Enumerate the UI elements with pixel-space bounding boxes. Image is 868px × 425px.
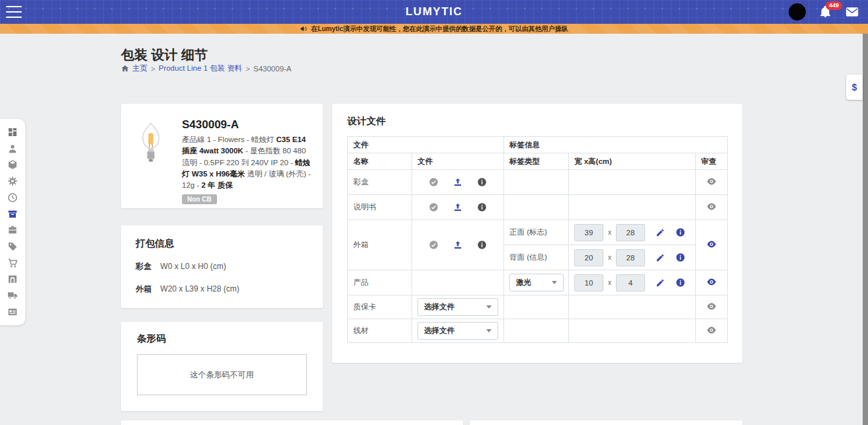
- times-sign: x: [608, 229, 611, 236]
- vertical-scrollbar[interactable]: [863, 34, 868, 425]
- row-name: 外箱: [348, 220, 412, 270]
- user-icon[interactable]: [7, 143, 18, 154]
- packing-label: 彩盒: [136, 262, 152, 271]
- barcode-unavailable-box: 这个条形码不可用: [137, 354, 307, 395]
- table-row-product: 产品 激光 x: [348, 270, 728, 295]
- review-eye-icon[interactable]: [707, 303, 716, 310]
- info-icon[interactable]: [675, 227, 685, 237]
- card-partial-right: [470, 420, 742, 425]
- packing-value: W20 x L39 x H28 (cm): [160, 284, 239, 293]
- page-root: LUMYTIC 449 在Lumytic演示中发现可能性，您在此演示中提供的数据…: [0, 0, 868, 425]
- row-name: 彩盒: [348, 170, 412, 195]
- table-column-header-row: 名称 文件 标签类型 宽 x高(cm) 审查: [348, 153, 728, 170]
- upload-icon[interactable]: [453, 240, 463, 250]
- edit-pencil-icon[interactable]: [656, 253, 665, 262]
- row-name: 线材: [348, 319, 412, 343]
- col-header-size: 宽 x高(cm): [569, 153, 696, 170]
- caret-down-icon: [486, 329, 492, 332]
- breadcrumb-section-link[interactable]: Product Line 1 包装 资料: [159, 63, 243, 73]
- edit-pencil-icon[interactable]: [656, 278, 665, 288]
- review-eye-icon[interactable]: [707, 327, 716, 334]
- info-icon[interactable]: [477, 202, 487, 212]
- tag-icon[interactable]: [7, 241, 18, 252]
- settings-gear-icon[interactable]: [7, 176, 18, 186]
- home-icon: [121, 65, 129, 72]
- label-type-back: 背面 (信息): [504, 245, 569, 270]
- table-group-header-row: 文件 标签信息: [348, 137, 728, 153]
- product-image: [136, 118, 167, 199]
- check-circle-icon: [429, 240, 439, 250]
- caret-down-icon: [486, 305, 492, 309]
- product-description: 產品線 1 - Flowers - 蜡烛灯 C35 E14 插座 4watt 3…: [182, 134, 311, 191]
- messages-envelope-icon[interactable]: [846, 7, 859, 17]
- design-files-title: 设计文件: [347, 115, 727, 128]
- breadcrumb-current: S430009-A: [253, 65, 292, 73]
- group-header-label-info: 标签信息: [504, 137, 728, 153]
- check-circle-icon: [429, 177, 439, 187]
- packing-label: 外箱: [136, 284, 152, 293]
- briefcase-icon[interactable]: [7, 225, 18, 235]
- archive-icon[interactable]: [7, 274, 18, 284]
- product-summary-card: S430009-A 產品線 1 - Flowers - 蜡烛灯 C35 E14 …: [121, 104, 323, 208]
- file-select[interactable]: 选择文件: [417, 298, 498, 316]
- width-input[interactable]: [574, 274, 603, 291]
- select-value: 选择文件: [424, 326, 455, 336]
- top-header: LUMYTIC 449: [0, 0, 868, 24]
- review-eye-icon[interactable]: [707, 278, 716, 286]
- table-row-color-box: 彩盒: [348, 170, 728, 195]
- clock-icon[interactable]: [7, 192, 18, 203]
- breadcrumb-separator: >: [151, 65, 155, 73]
- file-select[interactable]: 选择文件: [417, 322, 498, 340]
- review-eye-icon[interactable]: [707, 178, 716, 185]
- packing-value: W0 x L0 x H0 (cm): [160, 262, 226, 271]
- width-input[interactable]: [574, 224, 603, 241]
- upload-icon[interactable]: [453, 177, 463, 187]
- info-icon[interactable]: [477, 177, 487, 187]
- packing-info-card: 打包信息 彩盒 W0 x L0 x H0 (cm) 外箱 W20 x L39 x…: [121, 225, 323, 308]
- col-header-label-type: 标签类型: [504, 153, 569, 170]
- currency-panel-button[interactable]: $: [846, 75, 863, 100]
- dashboard-icon[interactable]: [7, 127, 18, 137]
- packing-info-title: 打包信息: [136, 237, 308, 250]
- barcode-card: 条形码 这个条形码不可用: [121, 322, 323, 411]
- height-input[interactable]: [616, 224, 645, 241]
- label-type-front: 正面 (标志): [504, 220, 569, 245]
- packing-row-outer-carton: 外箱 W20 x L39 x H28 (cm): [136, 284, 308, 295]
- info-icon[interactable]: [675, 278, 685, 288]
- col-header-name: 名称: [348, 153, 412, 170]
- design-files-table: 文件 标签信息 名称 文件 标签类型 宽 x高(cm) 审查 彩盒: [347, 136, 728, 343]
- cart-icon[interactable]: [7, 258, 18, 268]
- caret-down-icon: [552, 281, 557, 284]
- label-type-select[interactable]: 激光: [509, 274, 564, 291]
- notification-count-badge: 449: [826, 1, 842, 10]
- card-partial-left: [121, 420, 463, 425]
- row-name: 产品: [348, 270, 412, 295]
- select-value: 激光: [516, 278, 531, 288]
- width-input[interactable]: [574, 249, 603, 266]
- info-icon[interactable]: [675, 252, 685, 262]
- barcode-unavailable-message: 这个条形码不可用: [191, 369, 254, 381]
- package-icon[interactable]: [7, 159, 18, 170]
- col-header-review: 审查: [696, 153, 728, 170]
- user-avatar[interactable]: [789, 3, 806, 20]
- storage-box-icon-active[interactable]: [7, 209, 18, 219]
- height-input[interactable]: [616, 274, 645, 291]
- app-logo: LUMYTIC: [0, 5, 868, 19]
- id-card-icon[interactable]: [7, 307, 18, 317]
- truck-icon[interactable]: [7, 290, 18, 301]
- times-sign: x: [608, 254, 611, 261]
- breadcrumb-separator: >: [245, 65, 250, 73]
- times-sign: x: [608, 279, 611, 286]
- upload-icon[interactable]: [453, 202, 463, 212]
- edit-pencil-icon[interactable]: [656, 228, 665, 237]
- select-value: 选择文件: [424, 302, 455, 312]
- notifications-bell-icon[interactable]: 449: [819, 5, 832, 19]
- breadcrumb-home-link[interactable]: 主页: [132, 63, 148, 73]
- height-input[interactable]: [616, 249, 645, 266]
- row-name: 说明书: [348, 195, 412, 220]
- info-icon[interactable]: [477, 240, 487, 250]
- review-eye-icon[interactable]: [707, 241, 716, 248]
- review-eye-icon[interactable]: [707, 203, 716, 210]
- design-files-card: 设计文件 文件 标签信息 名称 文件 标签类型 宽 x高(cm) 审查 彩盒: [332, 104, 742, 363]
- page-title: 包装 设计 细节: [121, 46, 208, 64]
